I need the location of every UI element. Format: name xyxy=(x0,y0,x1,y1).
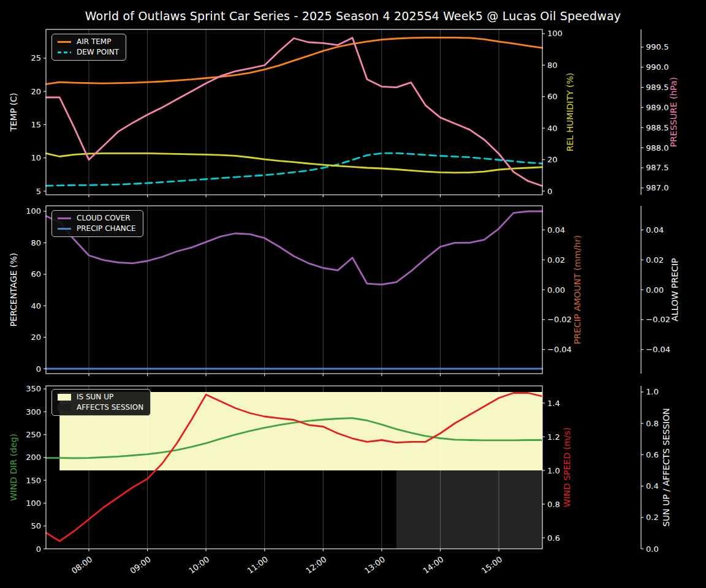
chart-title: World of Outlaws Sprint Car Series - 202… xyxy=(0,9,706,23)
tick-label: 60 xyxy=(547,92,558,101)
tick-label: 20 xyxy=(31,87,41,96)
tick-label: −0.02 xyxy=(547,315,572,324)
tick-label: 0.8 xyxy=(547,500,560,509)
legend-label: PRECIP CHANCE xyxy=(77,225,136,233)
legend-item-cloud-cover: CLOUD COVER xyxy=(58,214,136,222)
legend-swatch-cloud-cover xyxy=(58,217,71,219)
tick-label: 989.5 xyxy=(646,83,669,92)
legend-label: AIR TEMP xyxy=(77,38,111,46)
tick-label: 250 xyxy=(26,430,41,439)
tick-label: 0.6 xyxy=(646,450,659,459)
legend-label: DEW POINT xyxy=(77,48,119,56)
tick-label: 989.0 xyxy=(646,103,669,112)
tick-label: −0.02 xyxy=(646,315,670,324)
tick-label: 988.5 xyxy=(646,123,669,132)
weather-forecast-chart: 510152025020406080100987.0987.5988.0988.… xyxy=(0,0,706,588)
tick-label: 0 xyxy=(36,545,41,554)
legend-wind: IS SUN UPAFFECTS SESSION xyxy=(51,389,151,416)
tick-label: 100 xyxy=(26,206,41,216)
tick-label: 20 xyxy=(31,333,41,342)
tick-label: 50 xyxy=(31,521,41,530)
tick-label: 5 xyxy=(36,187,41,196)
tick-label: 0.6 xyxy=(547,533,560,543)
legend-item-affects-session: AFFECTS SESSION xyxy=(58,404,143,412)
axis-label-wind-dir-deg: WIND DIR (deg) xyxy=(9,434,18,501)
tick-label: 1.2 xyxy=(547,432,560,442)
axis-label-rel-humidity: REL HUMIDITY (%) xyxy=(565,73,575,152)
x-tick-label: 12:00 xyxy=(304,555,328,576)
tick-label: 0.04 xyxy=(547,225,565,235)
legend-swatch-affects-session xyxy=(58,404,71,411)
tick-label: 40 xyxy=(547,124,558,133)
tick-label: 1.0 xyxy=(547,466,560,475)
legend-temperature: AIR TEMPDEW POINT xyxy=(51,34,126,61)
legend-item-dew-point: DEW POINT xyxy=(58,48,119,56)
tick-label: 10 xyxy=(31,153,41,162)
tick-label: 350 xyxy=(26,384,41,393)
legend-item-is-sun-up: IS SUN UP xyxy=(58,393,143,401)
legend-item-precip-chance: PRECIP CHANCE xyxy=(58,225,136,233)
tick-label: 20 xyxy=(547,155,558,164)
axis-label-sun-up-affects-session: SUN UP / AFFECTS SESSION xyxy=(661,408,671,527)
legend-swatch-precip-chance xyxy=(58,228,71,230)
tick-label: 80 xyxy=(547,61,558,70)
tick-label: 1.4 xyxy=(547,399,560,408)
tick-label: 150 xyxy=(26,476,41,485)
rel-humidity-line xyxy=(46,153,542,173)
tick-label: 0.2 xyxy=(646,513,659,522)
legend-item-air-temp: AIR TEMP xyxy=(58,38,119,46)
x-tick-label: 13:00 xyxy=(363,555,387,576)
legend-clouds: CLOUD COVERPRECIP CHANCE xyxy=(51,210,143,237)
tick-label: 0 xyxy=(547,187,552,196)
x-tick-label: 08:00 xyxy=(70,555,94,576)
chart-canvas: 510152025020406080100987.0987.5988.0988.… xyxy=(0,0,706,588)
x-tick-label: 14:00 xyxy=(421,555,445,576)
tick-label: 0.02 xyxy=(646,255,664,265)
tick-label: 0.04 xyxy=(646,225,664,235)
legend-swatch-air-temp xyxy=(58,41,71,43)
tick-label: 0.8 xyxy=(646,419,659,428)
axis-label-percentage: PERCENTAGE (%) xyxy=(9,253,18,327)
tick-label: 80 xyxy=(31,238,41,247)
legend-label: AFFECTS SESSION xyxy=(77,404,143,412)
tick-label: 990.0 xyxy=(646,62,669,72)
tick-label: 1.0 xyxy=(646,387,659,396)
axis-label-precip-amount-mm-hr: PRECIP AMOUNT (mm/hr) xyxy=(572,235,582,344)
tick-label: 100 xyxy=(26,499,41,508)
tick-label: 990.5 xyxy=(646,42,669,51)
x-tick-label: 10:00 xyxy=(187,555,211,576)
axis-label-wind-speed-m-s: WIND SPEED (m/s) xyxy=(562,428,572,508)
legend-swatch-is-sun-up xyxy=(58,394,71,401)
tick-label: 15 xyxy=(31,120,41,129)
tick-label: 988.0 xyxy=(646,143,669,153)
tick-label: 100 xyxy=(547,29,563,38)
legend-label: IS SUN UP xyxy=(77,393,113,401)
tick-label: 0.0 xyxy=(646,545,659,554)
dew-point-line xyxy=(46,153,542,186)
tick-label: 25 xyxy=(31,53,41,62)
tick-label: 0.02 xyxy=(547,255,565,265)
x-tick-label: 11:00 xyxy=(246,555,270,576)
tick-label: 0 xyxy=(36,364,41,374)
tick-label: 0.4 xyxy=(646,481,659,491)
tick-label: 200 xyxy=(26,453,41,462)
affects-session-fill xyxy=(397,470,542,549)
tick-label: 300 xyxy=(26,407,41,417)
tick-label: −0.04 xyxy=(646,345,670,354)
axis-label-pressure-hpa: PRESSURE (hPa) xyxy=(669,77,678,147)
axis-label-temp-c: TEMP (C) xyxy=(9,92,18,132)
legend-swatch-dew-point xyxy=(58,51,71,53)
axis-label-allow-precip: ALLOW PRECIP xyxy=(670,258,680,321)
tick-label: 40 xyxy=(31,301,41,311)
tick-label: 0.00 xyxy=(646,285,664,295)
tick-label: −0.04 xyxy=(547,345,572,354)
x-tick-label: 15:00 xyxy=(480,555,504,576)
tick-label: 60 xyxy=(31,270,41,279)
legend-label: CLOUD COVER xyxy=(77,214,131,222)
x-tick-label: 09:00 xyxy=(129,555,153,576)
tick-label: 987.5 xyxy=(646,163,669,172)
tick-label: 987.0 xyxy=(646,183,669,192)
tick-label: 0.00 xyxy=(547,285,565,295)
